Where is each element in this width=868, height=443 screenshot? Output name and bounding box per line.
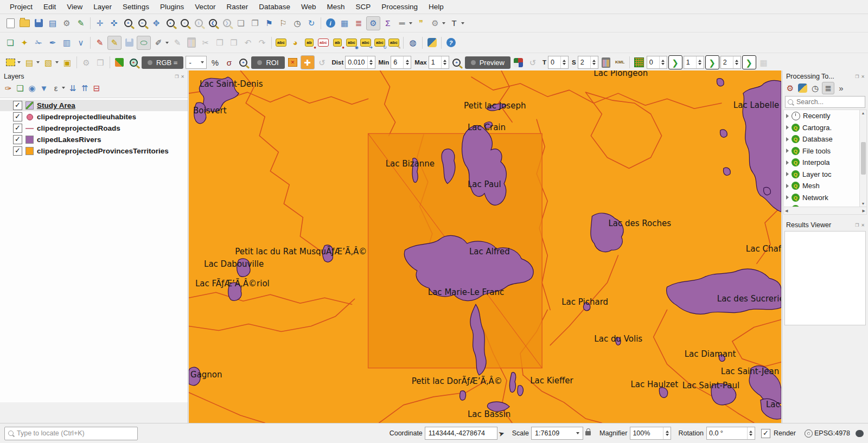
scp-apply1-icon[interactable]: ❯ bbox=[705, 55, 719, 69]
float-panel-icon[interactable]: ❐ bbox=[175, 74, 178, 79]
menu-help[interactable]: Help bbox=[423, 1, 449, 12]
expander-icon[interactable] bbox=[786, 195, 789, 200]
layer-checkbox[interactable]: ✓ bbox=[13, 101, 22, 110]
results-viewer-icon[interactable]: ≣ bbox=[822, 82, 834, 94]
processing-group-mesh[interactable]: QMesh bbox=[784, 180, 866, 192]
deselect-dropdown[interactable] bbox=[55, 61, 59, 63]
map-canvas[interactable]: Lac Saint-DenisBoisvertPetit lac JosephL… bbox=[189, 70, 781, 423]
filter-legend-icon[interactable]: ▼ bbox=[39, 82, 49, 93]
sum-features-icon[interactable]: Σ bbox=[381, 17, 394, 30]
float-panel-icon[interactable]: ❐ bbox=[855, 74, 859, 79]
refresh-map-icon[interactable]: ↻ bbox=[305, 17, 318, 30]
vertical-scrollbar[interactable]: ▲ ▼ bbox=[859, 110, 866, 207]
menu-edit[interactable]: Edit bbox=[38, 1, 61, 12]
metasearch-icon[interactable]: ◍ bbox=[406, 36, 419, 49]
show-layout-manager-icon[interactable]: ⚙ bbox=[60, 17, 73, 30]
scp-roi-polygon-icon[interactable]: ✕ bbox=[286, 56, 299, 69]
menu-web[interactable]: Web bbox=[296, 1, 322, 12]
layer-checkbox[interactable]: ✓ bbox=[13, 112, 22, 121]
manage-map-themes-icon[interactable]: ◉ bbox=[27, 82, 37, 93]
menu-plugins[interactable]: Plugins bbox=[155, 1, 189, 12]
scp-apply2-icon[interactable]: ❯ bbox=[742, 55, 756, 69]
identify-features-icon[interactable]: i bbox=[324, 17, 337, 30]
processing-group-layer-toc[interactable]: QLayer toc bbox=[784, 169, 866, 181]
layer-name[interactable]: clipedLakesRivers bbox=[37, 136, 101, 144]
close-panel-icon[interactable]: ✕ bbox=[861, 74, 865, 79]
processing-group-database[interactable]: QDatabase bbox=[784, 133, 866, 145]
scp-rgb-zoom-icon[interactable]: + bbox=[127, 56, 140, 69]
menu-vector[interactable]: Vector bbox=[189, 1, 221, 12]
messages-icon[interactable] bbox=[856, 430, 864, 437]
crs-status[interactable]: EPSG:4978 bbox=[814, 429, 850, 437]
horizontal-scrollbar[interactable]: ◀ ▶ bbox=[783, 207, 867, 215]
text-annotation-icon-dropdown[interactable] bbox=[461, 22, 464, 24]
scp-max-spin[interactable]: 1 bbox=[429, 56, 449, 69]
add-group-icon[interactable]: ❏ bbox=[15, 82, 25, 93]
digitize-with-shape-icon[interactable]: ⬭ bbox=[137, 36, 151, 50]
processing-group-network[interactable]: QNetwork bbox=[784, 192, 866, 204]
scp-apply0-icon[interactable]: ❯ bbox=[668, 55, 682, 69]
scrollbar-thumb[interactable] bbox=[861, 142, 866, 175]
layer-checkbox[interactable]: ✓ bbox=[13, 146, 22, 156]
layer-labeling-icon[interactable]: abc bbox=[275, 36, 288, 49]
scp-rgb-combo[interactable]: - bbox=[186, 56, 207, 69]
pin-labels-icon[interactable]: ab● bbox=[303, 36, 316, 49]
scroll-down-icon[interactable]: ▼ bbox=[861, 202, 865, 206]
current-edits-icon[interactable]: ✎ bbox=[93, 36, 106, 49]
scroll-right-icon[interactable]: ▶ bbox=[863, 209, 865, 213]
pan-map-icon[interactable]: ✛ bbox=[93, 17, 106, 30]
scale-combo[interactable]: 1:76109 bbox=[531, 427, 583, 440]
expander-icon[interactable] bbox=[786, 149, 789, 153]
render-checkbox[interactable]: ✓ bbox=[761, 429, 770, 438]
history-icon[interactable]: ◷ bbox=[809, 82, 821, 94]
scp-cumulative-stretch-icon[interactable]: % bbox=[208, 56, 221, 69]
menu-mesh[interactable]: Mesh bbox=[322, 1, 350, 12]
vertex-tool-icon-dropdown[interactable] bbox=[165, 42, 169, 44]
new-shapefile-layer-icon[interactable]: ✦ bbox=[18, 36, 31, 49]
expander-icon[interactable] bbox=[786, 114, 789, 118]
open-project-icon[interactable] bbox=[18, 17, 31, 30]
scp-stddev-stretch-icon[interactable]: σ bbox=[222, 56, 235, 69]
expander-icon[interactable] bbox=[786, 172, 789, 176]
new-geopackage-layer-icon[interactable]: ❏ bbox=[4, 36, 17, 49]
processing-group-partial[interactable]: Q bbox=[784, 203, 866, 207]
close-panel-icon[interactable]: ✕ bbox=[861, 223, 865, 228]
expander-icon[interactable] bbox=[786, 184, 789, 188]
extents-toggle-icon[interactable]: ➤ bbox=[497, 428, 505, 438]
scp-value0-spin[interactable]: 0 bbox=[647, 56, 667, 69]
scp-preview-zoom-icon[interactable]: + bbox=[450, 56, 463, 69]
help-icon[interactable]: ? bbox=[444, 36, 457, 49]
expand-all-icon[interactable]: ⇊ bbox=[67, 82, 78, 93]
scp-dist-spin[interactable]: 0.010 bbox=[345, 56, 375, 69]
layer-checkbox[interactable]: ✓ bbox=[13, 135, 22, 144]
scp-bandset-icon[interactable] bbox=[113, 56, 126, 69]
expander-icon[interactable] bbox=[786, 160, 789, 165]
processing-toolbox-icon[interactable]: ⚙ bbox=[366, 16, 380, 30]
scp-delete-icon[interactable] bbox=[599, 56, 612, 69]
layer-row-5[interactable]: ✓clipedreprojectedProvincesTerritories bbox=[0, 145, 188, 157]
processing-run-icon-dropdown[interactable] bbox=[442, 22, 445, 24]
rotation-spin[interactable]: 0.0 ° bbox=[706, 427, 755, 440]
new-spatial-bookmark-icon[interactable]: ⚑ bbox=[263, 17, 276, 30]
statistical-summary-icon[interactable]: ≣ bbox=[352, 17, 365, 30]
processing-search[interactable] bbox=[785, 96, 865, 108]
filter-expression-icon[interactable]: ε bbox=[50, 82, 61, 93]
layer-checkbox[interactable]: ✓ bbox=[13, 124, 22, 133]
vertex-tool-icon[interactable]: ✐ bbox=[152, 36, 165, 49]
crs-globe-icon[interactable] bbox=[805, 429, 813, 438]
layer-name[interactable]: clipedreprojectedlieuhabites bbox=[37, 113, 136, 121]
select-features-icon[interactable] bbox=[4, 56, 17, 69]
scp-value2-spin[interactable]: 2 bbox=[720, 56, 741, 69]
processing-group-file-tools[interactable]: QFile tools bbox=[784, 145, 866, 157]
scp-preview-add-icon[interactable] bbox=[512, 56, 525, 69]
layer-row-4[interactable]: ✓clipedLakesRivers bbox=[0, 134, 188, 145]
scp-roi-add-icon[interactable]: ✚ bbox=[301, 55, 315, 69]
layer-name[interactable]: clipedreprojectedRoads bbox=[37, 124, 120, 132]
python-console-icon[interactable] bbox=[425, 36, 438, 49]
scroll-up-icon[interactable]: ▲ bbox=[861, 111, 865, 115]
zoom-last-icon[interactable]: ❮ bbox=[206, 17, 219, 30]
pan-to-selection-icon[interactable]: ✜ bbox=[107, 17, 120, 30]
rotate-label-icon[interactable]: abc↻ bbox=[373, 36, 386, 49]
new-3d-map-view-icon[interactable]: ❐ bbox=[248, 17, 261, 30]
processing-group-cartogra-[interactable]: QCartogra. bbox=[784, 122, 866, 134]
